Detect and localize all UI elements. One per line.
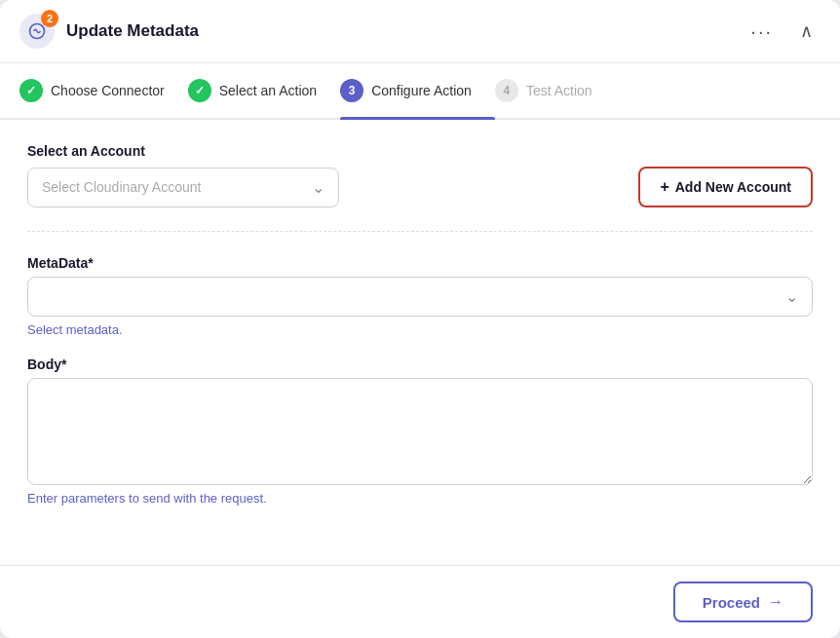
steps-bar: ✓ Choose Connector ✓ Select an Action 3 … (0, 63, 840, 120)
metadata-section: MetaData* ⌄ Select metadata. (27, 255, 813, 337)
account-dropdown-chevron: ⌄ (312, 178, 325, 197)
app-icon: 2 (19, 14, 55, 49)
more-options-button[interactable]: ··· (743, 17, 781, 47)
plus-icon: + (660, 178, 668, 196)
step-2-circle: ✓ (188, 79, 211, 102)
account-section-label: Select an Account (27, 143, 813, 159)
metadata-hint: Select metadata. (27, 322, 813, 337)
add-new-account-button[interactable]: + Add New Account (638, 167, 813, 207)
account-row: Select Cloudinary Account ⌄ + Add New Ac… (27, 167, 813, 207)
step-test-action[interactable]: 4 Test Action (495, 63, 616, 118)
header-left: 2 Update Metadata (19, 14, 199, 49)
proceed-button[interactable]: Proceed → (673, 582, 813, 622)
modal-body: Select an Account Select Cloudinary Acco… (0, 120, 840, 565)
metadata-label: MetaData* (27, 255, 813, 271)
body-section: Body* Enter parameters to send with the … (27, 357, 813, 506)
proceed-label: Proceed (703, 594, 760, 611)
step-3-label: Configure Action (371, 83, 472, 98)
step-3-circle: 3 (340, 79, 363, 102)
step-2-label: Select an Action (219, 83, 317, 98)
modal-header: 2 Update Metadata ··· ∧ (0, 0, 840, 63)
body-hint: Enter parameters to send with the reques… (27, 491, 813, 506)
metadata-dropdown[interactable]: ⌄ (27, 277, 813, 317)
step-select-action[interactable]: ✓ Select an Action (188, 63, 340, 118)
modal-container: 2 Update Metadata ··· ∧ ✓ Choose Connect… (0, 0, 840, 638)
step-configure-action[interactable]: 3 Configure Action (340, 63, 495, 118)
account-dropdown-placeholder: Select Cloudinary Account (42, 179, 201, 195)
step-choose-connector[interactable]: ✓ Choose Connector (19, 63, 188, 118)
header-right: ··· ∧ (743, 17, 821, 47)
step-badge: 2 (41, 10, 58, 27)
body-textarea[interactable] (27, 378, 813, 485)
add-new-account-label: Add New Account (675, 179, 791, 195)
step-1-circle: ✓ (19, 79, 43, 102)
account-section: Select an Account Select Cloudinary Acco… (27, 143, 813, 207)
step-4-label: Test Action (526, 83, 592, 98)
metadata-dropdown-chevron: ⌄ (785, 287, 798, 306)
body-label: Body* (27, 357, 813, 372)
collapse-button[interactable]: ∧ (792, 17, 821, 46)
account-dropdown[interactable]: Select Cloudinary Account ⌄ (27, 168, 339, 207)
step-1-label: Choose Connector (51, 83, 165, 98)
proceed-arrow-icon: → (768, 593, 783, 611)
modal-title: Update Metadata (66, 21, 199, 41)
modal-footer: Proceed → (0, 565, 840, 638)
divider-1 (27, 231, 813, 232)
step-4-circle: 4 (495, 79, 518, 102)
